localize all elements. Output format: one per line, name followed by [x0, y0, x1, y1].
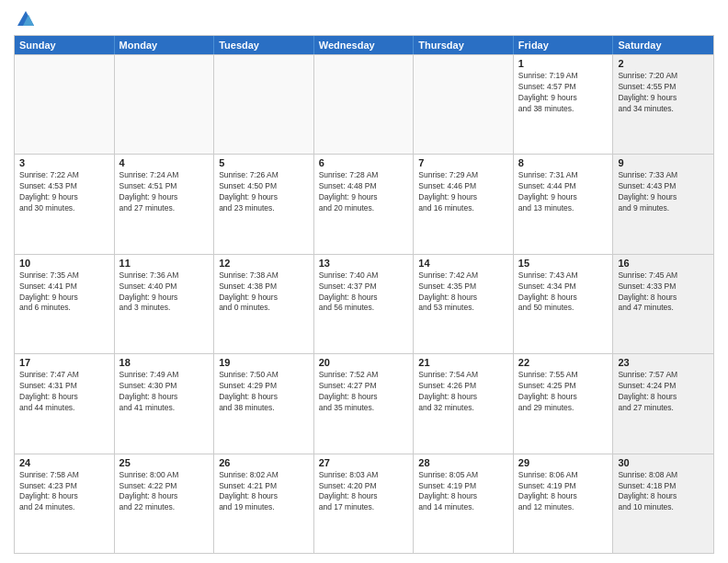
day-info: Sunrise: 7:38 AM Sunset: 4:38 PM Dayligh…: [219, 270, 309, 315]
day-number: 27: [319, 457, 409, 468]
calendar-cell: 7Sunrise: 7:29 AM Sunset: 4:46 PM Daylig…: [414, 155, 514, 253]
calendar-cell: 29Sunrise: 8:06 AM Sunset: 4:19 PM Dayli…: [514, 454, 614, 553]
calendar-cell: 23Sunrise: 7:57 AM Sunset: 4:24 PM Dayli…: [613, 354, 713, 453]
day-info: Sunrise: 7:28 AM Sunset: 4:48 PM Dayligh…: [319, 170, 409, 214]
day-number: 23: [618, 357, 709, 368]
day-info: Sunrise: 8:03 AM Sunset: 4:20 PM Dayligh…: [319, 470, 409, 514]
calendar-cell: [314, 55, 415, 154]
day-info: Sunrise: 7:24 AM Sunset: 4:51 PM Dayligh…: [119, 170, 210, 214]
day-number: 9: [618, 157, 709, 168]
header: [14, 9, 714, 29]
calendar-cell: 13Sunrise: 7:40 AM Sunset: 4:37 PM Dayli…: [314, 255, 415, 353]
calendar-cell: 2Sunrise: 7:20 AM Sunset: 4:55 PM Daylig…: [613, 55, 713, 154]
calendar-week: 17Sunrise: 7:47 AM Sunset: 4:31 PM Dayli…: [15, 353, 713, 453]
day-number: 16: [618, 258, 709, 269]
day-number: 15: [518, 258, 609, 269]
calendar-cell: 3Sunrise: 7:22 AM Sunset: 4:53 PM Daylig…: [15, 155, 115, 253]
header-day: Sunday: [15, 36, 115, 54]
header-day: Thursday: [414, 36, 514, 54]
logo-icon: [16, 9, 36, 29]
day-info: Sunrise: 7:22 AM Sunset: 4:53 PM Dayligh…: [19, 170, 109, 214]
calendar-body: 1Sunrise: 7:19 AM Sunset: 4:57 PM Daylig…: [15, 54, 713, 553]
day-info: Sunrise: 7:45 AM Sunset: 4:33 PM Dayligh…: [618, 270, 709, 315]
day-info: Sunrise: 7:29 AM Sunset: 4:46 PM Dayligh…: [418, 170, 508, 214]
day-number: 7: [418, 157, 508, 168]
header-day: Saturday: [613, 36, 713, 54]
calendar-cell: [115, 55, 215, 154]
calendar-cell: 17Sunrise: 7:47 AM Sunset: 4:31 PM Dayli…: [15, 354, 115, 453]
day-number: 14: [418, 258, 508, 269]
day-number: 17: [19, 357, 109, 368]
calendar-cell: [15, 55, 115, 154]
day-number: 11: [119, 258, 210, 269]
day-info: Sunrise: 7:26 AM Sunset: 4:50 PM Dayligh…: [219, 170, 309, 214]
day-number: 18: [119, 357, 210, 368]
day-info: Sunrise: 7:47 AM Sunset: 4:31 PM Dayligh…: [19, 370, 109, 414]
calendar-cell: 12Sunrise: 7:38 AM Sunset: 4:38 PM Dayli…: [214, 255, 314, 353]
logo: [14, 9, 36, 29]
day-number: 4: [119, 157, 210, 168]
day-info: Sunrise: 8:05 AM Sunset: 4:19 PM Dayligh…: [418, 470, 508, 514]
day-info: Sunrise: 7:52 AM Sunset: 4:27 PM Dayligh…: [319, 370, 409, 414]
calendar-cell: 18Sunrise: 7:49 AM Sunset: 4:30 PM Dayli…: [115, 354, 215, 453]
day-info: Sunrise: 7:35 AM Sunset: 4:41 PM Dayligh…: [19, 270, 109, 315]
day-info: Sunrise: 7:54 AM Sunset: 4:26 PM Dayligh…: [418, 370, 508, 414]
calendar-cell: 10Sunrise: 7:35 AM Sunset: 4:41 PM Dayli…: [15, 255, 115, 353]
header-day: Tuesday: [214, 36, 314, 54]
day-number: 22: [518, 357, 609, 368]
day-info: Sunrise: 7:19 AM Sunset: 4:57 PM Dayligh…: [518, 71, 609, 115]
calendar-cell: [414, 55, 514, 154]
calendar-cell: 30Sunrise: 8:08 AM Sunset: 4:18 PM Dayli…: [613, 454, 713, 553]
day-info: Sunrise: 7:33 AM Sunset: 4:43 PM Dayligh…: [618, 170, 709, 214]
calendar-cell: 1Sunrise: 7:19 AM Sunset: 4:57 PM Daylig…: [514, 55, 614, 154]
calendar-cell: 4Sunrise: 7:24 AM Sunset: 4:51 PM Daylig…: [115, 155, 215, 253]
calendar-header: SundayMondayTuesdayWednesdayThursdayFrid…: [15, 36, 713, 54]
calendar-cell: 26Sunrise: 8:02 AM Sunset: 4:21 PM Dayli…: [214, 454, 314, 553]
header-day: Wednesday: [314, 36, 415, 54]
calendar-cell: 20Sunrise: 7:52 AM Sunset: 4:27 PM Dayli…: [314, 354, 415, 453]
calendar-cell: 19Sunrise: 7:50 AM Sunset: 4:29 PM Dayli…: [214, 354, 314, 453]
day-info: Sunrise: 7:57 AM Sunset: 4:24 PM Dayligh…: [618, 370, 709, 414]
calendar-cell: 24Sunrise: 7:58 AM Sunset: 4:23 PM Dayli…: [15, 454, 115, 553]
day-info: Sunrise: 7:50 AM Sunset: 4:29 PM Dayligh…: [219, 370, 309, 414]
calendar-cell: 8Sunrise: 7:31 AM Sunset: 4:44 PM Daylig…: [514, 155, 614, 253]
day-info: Sunrise: 8:06 AM Sunset: 4:19 PM Dayligh…: [518, 470, 609, 514]
page: SundayMondayTuesdayWednesdayThursdayFrid…: [0, 0, 728, 563]
header-day: Friday: [514, 36, 614, 54]
calendar-cell: 22Sunrise: 7:55 AM Sunset: 4:25 PM Dayli…: [514, 354, 614, 453]
day-number: 24: [19, 457, 109, 468]
day-info: Sunrise: 7:40 AM Sunset: 4:37 PM Dayligh…: [319, 270, 409, 315]
day-number: 28: [418, 457, 508, 468]
day-number: 8: [518, 157, 609, 168]
day-number: 30: [618, 457, 709, 468]
day-number: 10: [19, 258, 109, 269]
day-info: Sunrise: 7:55 AM Sunset: 4:25 PM Dayligh…: [518, 370, 609, 414]
day-number: 5: [219, 157, 309, 168]
day-number: 26: [219, 457, 309, 468]
calendar-week: 1Sunrise: 7:19 AM Sunset: 4:57 PM Daylig…: [15, 54, 713, 154]
day-number: 6: [319, 157, 409, 168]
day-info: Sunrise: 8:08 AM Sunset: 4:18 PM Dayligh…: [618, 470, 709, 514]
calendar-week: 24Sunrise: 7:58 AM Sunset: 4:23 PM Dayli…: [15, 454, 713, 553]
day-info: Sunrise: 7:49 AM Sunset: 4:30 PM Dayligh…: [119, 370, 210, 414]
calendar-cell: 28Sunrise: 8:05 AM Sunset: 4:19 PM Dayli…: [414, 454, 514, 553]
calendar-cell: 27Sunrise: 8:03 AM Sunset: 4:20 PM Dayli…: [314, 454, 415, 553]
day-number: 29: [518, 457, 609, 468]
day-info: Sunrise: 7:42 AM Sunset: 4:35 PM Dayligh…: [418, 270, 508, 315]
day-number: 3: [19, 157, 109, 168]
day-info: Sunrise: 7:31 AM Sunset: 4:44 PM Dayligh…: [518, 170, 609, 214]
calendar-cell: 9Sunrise: 7:33 AM Sunset: 4:43 PM Daylig…: [613, 155, 713, 253]
day-number: 13: [319, 258, 409, 269]
day-info: Sunrise: 7:43 AM Sunset: 4:34 PM Dayligh…: [518, 270, 609, 315]
calendar-cell: 11Sunrise: 7:36 AM Sunset: 4:40 PM Dayli…: [115, 255, 215, 353]
calendar-cell: 25Sunrise: 8:00 AM Sunset: 4:22 PM Dayli…: [115, 454, 215, 553]
calendar-cell: 21Sunrise: 7:54 AM Sunset: 4:26 PM Dayli…: [414, 354, 514, 453]
day-number: 20: [319, 357, 409, 368]
day-info: Sunrise: 8:02 AM Sunset: 4:21 PM Dayligh…: [219, 470, 309, 514]
day-number: 25: [119, 457, 210, 468]
day-info: Sunrise: 7:36 AM Sunset: 4:40 PM Dayligh…: [119, 270, 210, 315]
calendar-cell: 14Sunrise: 7:42 AM Sunset: 4:35 PM Dayli…: [414, 255, 514, 353]
day-number: 2: [618, 58, 709, 69]
calendar-cell: 16Sunrise: 7:45 AM Sunset: 4:33 PM Dayli…: [613, 255, 713, 353]
calendar-cell: 5Sunrise: 7:26 AM Sunset: 4:50 PM Daylig…: [214, 155, 314, 253]
